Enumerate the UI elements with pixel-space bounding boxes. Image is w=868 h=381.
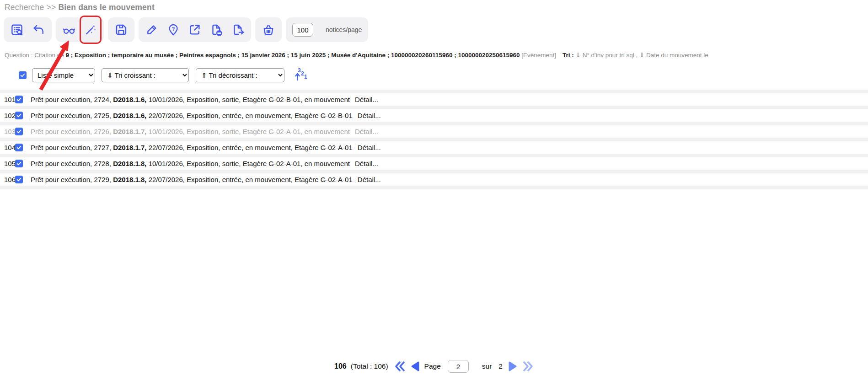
detail-link[interactable]: Détail... — [358, 144, 381, 151]
row-separator — [0, 170, 868, 173]
row-text: Prêt pour exécution, 2728, D2018.1.8, 10… — [31, 160, 378, 167]
svg-text:3: 3 — [298, 67, 301, 74]
row-separator — [0, 138, 868, 141]
last-page-button[interactable] — [522, 360, 534, 372]
sort-descending-select[interactable]: ⇑ Tri décroissant : — [196, 68, 284, 82]
pencil-icon — [145, 23, 159, 37]
row-checkbox[interactable] — [15, 96, 23, 103]
row-checkbox[interactable] — [15, 128, 23, 135]
question-label: Question : Citation de — [5, 52, 66, 59]
list-search-button[interactable] — [10, 23, 24, 37]
breadcrumb-section[interactable]: Recherche — [5, 3, 44, 12]
result-count: 106 — [334, 362, 347, 370]
row-text: Prêt pour exécution, 2729, D2018.1.8, 22… — [31, 176, 381, 183]
row-text: Prêt pour exécution, 2724, D2018.1.6, 10… — [31, 96, 378, 103]
question-criteria: 9 ; Exposition ; temporaire au musée ; P… — [66, 52, 520, 59]
toolbar-group-actions: ? — [139, 17, 251, 42]
row-text: Prêt pour exécution, 2726, D2018.1.7, 10… — [31, 128, 378, 135]
toolbar-group-results — [4, 17, 52, 42]
detail-link[interactable]: Détail... — [355, 96, 378, 103]
svg-text:?: ? — [172, 26, 175, 32]
breadcrumb: Recherche >> Bien dans le mouvement — [5, 3, 155, 12]
row-checkbox[interactable] — [15, 160, 23, 167]
pin-help-icon: ? — [166, 23, 180, 37]
row-number: 102 — [0, 112, 15, 119]
sort-summary-value: ⇓ N° d'inv pour tri sql , ⇓ Date du mouv… — [574, 52, 708, 59]
page-title: Bien dans le mouvement — [58, 3, 155, 12]
locate-button[interactable]: ? — [166, 23, 180, 37]
results-list: 101 Prêt pour exécution, 2724, D2018.1.6… — [0, 90, 868, 189]
undo-button[interactable] — [32, 23, 45, 37]
list-controls: Liste simple ⇓ Tri croissant : ⇑ Tri déc… — [19, 67, 308, 84]
list-item: 102 Prêt pour exécution, 2725, D2018.1.6… — [0, 109, 868, 122]
toolbar: ? — [4, 17, 368, 42]
sort-summary-label: Tri : — [563, 52, 574, 59]
total-pages: 2 — [498, 362, 503, 370]
next-page-button[interactable] — [508, 360, 518, 372]
open-external-button[interactable] — [188, 23, 202, 37]
detail-link[interactable]: Détail... — [355, 128, 378, 135]
list-search-icon — [10, 23, 24, 37]
basket-icon — [262, 23, 275, 37]
pagination: 106 (Total : 106) Page sur 2 — [0, 360, 868, 373]
print-document-button[interactable] — [209, 23, 223, 37]
row-separator — [0, 186, 868, 189]
toolbar-group-notices: notices/page — [286, 17, 368, 42]
external-link-icon — [188, 23, 202, 37]
row-separator — [0, 122, 868, 125]
toolbar-group-view — [56, 17, 104, 42]
view-mode-select[interactable]: Liste simple — [32, 68, 95, 82]
row-checkbox[interactable] — [15, 144, 23, 151]
detail-link[interactable]: Détail... — [358, 112, 381, 119]
row-number: 105 — [0, 160, 15, 167]
check-icon — [16, 177, 22, 182]
document-print-icon — [209, 23, 223, 37]
detail-link[interactable]: Détail... — [358, 176, 381, 183]
row-separator — [0, 106, 868, 109]
check-icon — [16, 161, 22, 166]
sort-numeric-321-icon[interactable]: 3 2 1 — [294, 67, 308, 84]
glasses-icon — [62, 23, 76, 37]
first-page-button[interactable] — [394, 360, 406, 372]
list-item: 103 Prêt pour exécution, 2726, D2018.1.7… — [0, 125, 868, 138]
row-number: 104 — [0, 144, 15, 151]
sort-ascending-select[interactable]: ⇓ Tri croissant : — [102, 68, 189, 82]
previous-page-button[interactable] — [410, 360, 420, 372]
question-suffix: [Evènement] — [520, 52, 557, 59]
undo-icon — [32, 23, 45, 37]
list-item: 101 Prêt pour exécution, 2724, D2018.1.6… — [0, 93, 868, 106]
list-item: 104 Prêt pour exécution, 2727, D2018.1.7… — [0, 141, 868, 154]
row-checkbox[interactable] — [15, 112, 23, 119]
check-icon — [16, 145, 22, 150]
select-all-checkbox[interactable] — [19, 71, 27, 79]
row-separator — [0, 154, 868, 157]
of-label: sur — [482, 362, 492, 370]
row-separator — [0, 90, 868, 93]
export-document-button[interactable] — [231, 23, 245, 37]
svg-text:2: 2 — [301, 70, 304, 77]
magic-wand-button[interactable] — [84, 23, 97, 37]
result-total: (Total : 106) — [351, 362, 388, 370]
row-number: 103 — [0, 128, 15, 135]
document-export-icon — [231, 23, 245, 37]
notices-per-page-label: notices/page — [326, 26, 362, 33]
check-icon — [16, 129, 22, 134]
svg-text:1: 1 — [304, 74, 307, 80]
row-text: Prêt pour exécution, 2725, D2018.1.6, 22… — [31, 112, 381, 119]
row-number: 101 — [0, 96, 15, 103]
detail-link[interactable]: Détail... — [355, 160, 378, 167]
list-item: 106 Prêt pour exécution, 2729, D2018.1.8… — [0, 173, 868, 186]
save-icon — [114, 23, 128, 37]
toolbar-group-basket — [255, 17, 282, 42]
preview-button[interactable] — [62, 23, 76, 37]
breadcrumb-separator: >> — [47, 3, 59, 12]
row-checkbox[interactable] — [15, 176, 23, 183]
magic-wand-icon — [84, 23, 97, 37]
edit-button[interactable] — [145, 23, 159, 37]
page-number-input[interactable] — [448, 360, 469, 373]
search-question-summary: Question : Citation de 9 ; Exposition ; … — [5, 51, 855, 59]
check-icon — [16, 113, 22, 118]
save-button[interactable] — [114, 23, 128, 37]
basket-button[interactable] — [262, 23, 275, 37]
notices-per-page-input[interactable] — [292, 23, 313, 37]
